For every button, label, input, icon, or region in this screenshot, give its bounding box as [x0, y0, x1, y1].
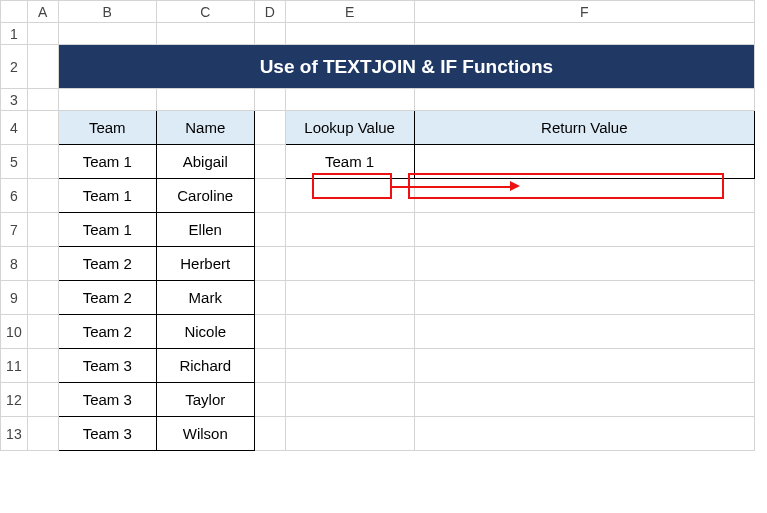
row-header-7[interactable]: 7: [1, 213, 28, 247]
table2-header-lookup[interactable]: Lookup Value: [285, 111, 414, 145]
cell-E11[interactable]: [285, 349, 414, 383]
cell-C10[interactable]: Nicole: [156, 315, 254, 349]
cell-D9[interactable]: [254, 281, 285, 315]
col-header-B[interactable]: B: [58, 1, 156, 23]
cell-E7[interactable]: [285, 213, 414, 247]
cell-B9[interactable]: Team 2: [58, 281, 156, 315]
cell-B1[interactable]: [58, 23, 156, 45]
title-text: Use of TEXTJOIN & IF Functions: [260, 56, 553, 78]
cell-F3[interactable]: [414, 89, 754, 111]
row-header-13[interactable]: 13: [1, 417, 28, 451]
cell-C7[interactable]: Ellen: [156, 213, 254, 247]
cell-C8[interactable]: Herbert: [156, 247, 254, 281]
cell-F7[interactable]: [414, 213, 754, 247]
cell-B5[interactable]: Team 1: [58, 145, 156, 179]
row-header-9[interactable]: 9: [1, 281, 28, 315]
cell-F1[interactable]: [414, 23, 754, 45]
col-header-E[interactable]: E: [285, 1, 414, 23]
cell-C9-value: Mark: [189, 289, 222, 306]
cell-A7[interactable]: [27, 213, 58, 247]
cell-D12[interactable]: [254, 383, 285, 417]
cell-D8[interactable]: [254, 247, 285, 281]
cell-A10[interactable]: [27, 315, 58, 349]
cell-D4[interactable]: [254, 111, 285, 145]
row-header-2[interactable]: 2: [1, 45, 28, 89]
table1-header-team-label: Team: [89, 119, 126, 136]
cell-A13[interactable]: [27, 417, 58, 451]
col-header-D[interactable]: D: [254, 1, 285, 23]
cell-D3[interactable]: [254, 89, 285, 111]
cell-E3[interactable]: [285, 89, 414, 111]
row-header-11[interactable]: 11: [1, 349, 28, 383]
cell-E8[interactable]: [285, 247, 414, 281]
cell-A3[interactable]: [27, 89, 58, 111]
table1-header-name[interactable]: Name: [156, 111, 254, 145]
cell-E12[interactable]: [285, 383, 414, 417]
row-header-6[interactable]: 6: [1, 179, 28, 213]
title-banner-cell[interactable]: Use of TEXTJOIN & IF Functions: [58, 45, 754, 89]
cell-C13[interactable]: Wilson: [156, 417, 254, 451]
cell-C5[interactable]: Abigail: [156, 145, 254, 179]
cell-F9[interactable]: [414, 281, 754, 315]
cell-A8[interactable]: [27, 247, 58, 281]
cell-B12[interactable]: Team 3: [58, 383, 156, 417]
cell-D6[interactable]: [254, 179, 285, 213]
cell-D10[interactable]: [254, 315, 285, 349]
cell-B3[interactable]: [58, 89, 156, 111]
cell-B10[interactable]: Team 2: [58, 315, 156, 349]
cell-C6[interactable]: Caroline: [156, 179, 254, 213]
cell-F12[interactable]: [414, 383, 754, 417]
cell-A1[interactable]: [27, 23, 58, 45]
cell-F6[interactable]: [414, 179, 754, 213]
row-header-12[interactable]: 12: [1, 383, 28, 417]
cell-A6[interactable]: [27, 179, 58, 213]
cell-E10[interactable]: [285, 315, 414, 349]
cell-C3[interactable]: [156, 89, 254, 111]
cell-C1[interactable]: [156, 23, 254, 45]
cell-F11[interactable]: [414, 349, 754, 383]
cell-D1[interactable]: [254, 23, 285, 45]
table2-header-lookup-label: Lookup Value: [304, 119, 395, 136]
col-header-C[interactable]: C: [156, 1, 254, 23]
cell-D5[interactable]: [254, 145, 285, 179]
cell-E1[interactable]: [285, 23, 414, 45]
cell-A2[interactable]: [27, 45, 58, 89]
cell-B8[interactable]: Team 2: [58, 247, 156, 281]
cell-F8[interactable]: [414, 247, 754, 281]
cell-B7[interactable]: Team 1: [58, 213, 156, 247]
row-header-8[interactable]: 8: [1, 247, 28, 281]
row-header-4[interactable]: 4: [1, 111, 28, 145]
cell-E5[interactable]: Team 1: [285, 145, 414, 179]
cell-D13[interactable]: [254, 417, 285, 451]
cell-A5[interactable]: [27, 145, 58, 179]
cell-C11[interactable]: Richard: [156, 349, 254, 383]
table2-header-return[interactable]: Return Value: [414, 111, 754, 145]
col-header-F[interactable]: F: [414, 1, 754, 23]
cell-E9[interactable]: [285, 281, 414, 315]
cell-F10[interactable]: [414, 315, 754, 349]
cell-F13[interactable]: [414, 417, 754, 451]
col-header-A[interactable]: A: [27, 1, 58, 23]
cell-E6[interactable]: [285, 179, 414, 213]
cell-C9[interactable]: Mark: [156, 281, 254, 315]
cell-C5-value: Abigail: [183, 153, 228, 170]
row-header-5[interactable]: 5: [1, 145, 28, 179]
cell-D7[interactable]: [254, 213, 285, 247]
row-header-3[interactable]: 3: [1, 89, 28, 111]
cell-A11[interactable]: [27, 349, 58, 383]
cell-A9[interactable]: [27, 281, 58, 315]
cell-A12[interactable]: [27, 383, 58, 417]
row-header-10[interactable]: 10: [1, 315, 28, 349]
select-all-corner[interactable]: [1, 1, 28, 23]
row-header-1[interactable]: 1: [1, 23, 28, 45]
cell-B11[interactable]: Team 3: [58, 349, 156, 383]
cell-D11[interactable]: [254, 349, 285, 383]
table1-header-team[interactable]: Team: [58, 111, 156, 145]
cell-B13[interactable]: Team 3: [58, 417, 156, 451]
cell-C12[interactable]: Taylor: [156, 383, 254, 417]
cell-E13[interactable]: [285, 417, 414, 451]
cell-B6[interactable]: Team 1: [58, 179, 156, 213]
cell-A4[interactable]: [27, 111, 58, 145]
cell-F5[interactable]: [414, 145, 754, 179]
spreadsheet-view: A B C D E F 1 2 Use of TEXTJOIN & IF Fun…: [0, 0, 767, 513]
